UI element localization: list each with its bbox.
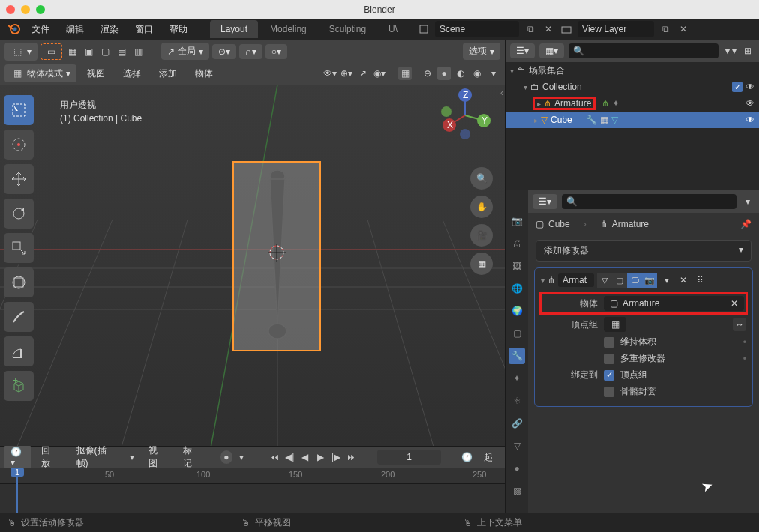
overlay-dropdown-icon[interactable]: ◉▾ (373, 67, 386, 80)
jump-to-next-keyframe-icon[interactable]: |▶ (330, 450, 343, 464)
scene-name-field[interactable] (435, 21, 519, 37)
outliner-search-input[interactable] (584, 46, 714, 56)
tab-constraints[interactable]: 🔗 (508, 415, 525, 432)
tab-output[interactable]: 🖨 (508, 235, 525, 252)
mod-render-toggle[interactable]: 📷 (642, 273, 657, 288)
menu-window[interactable]: 窗口 (128, 20, 160, 39)
transform-orientation-dropdown[interactable]: ↗ 全局 ▾ (161, 43, 209, 60)
scene-copy-icon[interactable]: ⧉ (522, 21, 538, 37)
transform-tool[interactable] (4, 267, 34, 297)
properties-search[interactable]: 🔍 (562, 194, 736, 209)
mesh-data-icon[interactable]: ▽ (611, 115, 618, 125)
tree-armature[interactable]: ▸ ⋔ Armature ⋔ ✦ 👁 (506, 95, 759, 112)
properties-search-input[interactable] (578, 196, 732, 207)
add-cube-tool[interactable]: + (4, 371, 34, 401)
viewlayer-copy-icon[interactable]: ⧉ (657, 21, 674, 37)
outliner-new-collection-icon[interactable]: ⊞ (741, 44, 754, 58)
overlay-toggle-icon[interactable]: ↗ (356, 67, 370, 80)
proportional-edit-toggle[interactable]: ○▾ (266, 44, 287, 59)
workspace-tab-layout[interactable]: Layout (210, 20, 258, 38)
mod-edit-mode-toggle[interactable]: ▽ (597, 273, 612, 288)
shading-material-icon[interactable]: ◐ (454, 67, 467, 80)
select-none-icon[interactable]: ▢ (98, 45, 112, 58)
xray-toggle-icon[interactable]: ▦ (398, 67, 412, 80)
vertex-group-icon[interactable]: ▦ (600, 115, 608, 125)
shading-dropdown-icon[interactable]: ▾ (487, 67, 500, 80)
annotate-tool[interactable] (4, 302, 34, 332)
pan-icon[interactable]: ✋ (470, 196, 493, 218)
current-frame-field[interactable]: 1 (377, 450, 440, 465)
invert-selection-icon[interactable]: ▦ (65, 45, 79, 58)
view-layer-input[interactable] (582, 24, 650, 34)
navigation-gizmo[interactable]: Z Y X (439, 89, 491, 142)
move-tool[interactable] (4, 164, 34, 194)
tab-world[interactable]: 🌍 (508, 303, 525, 319)
workspace-tab-sculpting[interactable]: Sculpting (319, 20, 376, 38)
mode-selector[interactable]: ▦物体模式 ▾ (4, 64, 76, 82)
viewlayer-browse-icon[interactable] (558, 21, 574, 37)
minimize-window-button[interactable] (21, 5, 30, 14)
view-layer-field[interactable] (578, 21, 654, 37)
menu-edit[interactable]: 编辑 (58, 20, 92, 39)
jump-to-end-icon[interactable]: ⏭ (345, 450, 358, 464)
shading-solid-icon[interactable]: ● (437, 67, 451, 80)
modifier-name-field[interactable]: Armat (558, 273, 594, 287)
select-intersect-icon[interactable]: ▤ (115, 45, 128, 58)
outliner-filter-icon[interactable]: ▼▾ (723, 44, 736, 58)
tree-cube[interactable]: ▸ ▽ Cube 🔧 ▦ ▽ 👁 (506, 112, 759, 128)
tree-scene-collection[interactable]: ▾ 🗀 场景集合 (506, 62, 759, 79)
tab-viewlayer[interactable]: 🖼 (508, 258, 525, 274)
outliner-display-mode[interactable]: ▦▾ (539, 43, 564, 58)
multi-modifier-checkbox[interactable] (604, 354, 614, 364)
maximize-window-button[interactable] (36, 5, 45, 14)
menu-file[interactable]: 文件 (24, 20, 57, 39)
vertex-group-field[interactable]: ▦ (604, 317, 626, 332)
armature-data-icon[interactable]: ✦ (612, 98, 620, 109)
mod-realtime-toggle[interactable]: 🖵 (627, 273, 642, 288)
timeline-ruler[interactable]: 50 100 150 200 250 (0, 468, 505, 484)
workspace-tab-uv[interactable]: U\ (378, 20, 408, 38)
visibility-toggle-icon[interactable]: 👁▾ (323, 67, 337, 80)
scale-tool[interactable] (4, 233, 34, 263)
tab-texture[interactable]: ▩ (508, 483, 525, 499)
play-reverse-icon[interactable]: ◀ (299, 450, 312, 464)
tab-material[interactable]: ● (508, 460, 525, 477)
modifier-delete-icon[interactable]: ✕ (676, 273, 690, 287)
timeline-keying-dropdown-icon[interactable]: ▾ (125, 450, 138, 464)
breadcrumb-armature[interactable]: Armature (612, 219, 649, 229)
jump-to-start-icon[interactable]: ⏮ (268, 450, 280, 464)
menu-render[interactable]: 渲染 (93, 20, 126, 39)
expand-icon[interactable]: ▾ (524, 83, 527, 91)
pin-icon[interactable]: 📌 (740, 219, 752, 229)
workspace-tab-modeling[interactable]: Modeling (260, 20, 317, 38)
keyframe-type-dropdown[interactable]: ▾ (236, 450, 248, 464)
camera-view-icon[interactable]: 🎥 (470, 224, 493, 247)
bind-vgroups-checkbox[interactable]: ✓ (604, 370, 614, 381)
rotate-tool[interactable] (4, 199, 34, 229)
snap-toggle[interactable]: ∩▾ (239, 44, 262, 59)
outliner-search[interactable]: 🔍 (568, 43, 718, 58)
expand-icon[interactable]: ▾ (510, 67, 514, 75)
tab-object[interactable]: ▢ (508, 325, 525, 342)
viewlayer-delete-icon[interactable]: ✕ (675, 21, 692, 37)
editor-type-selector[interactable]: ⬚▾ (4, 43, 38, 61)
tab-scene[interactable]: 🌐 (508, 280, 525, 297)
header-options-dropdown[interactable]: 选项 ▾ (463, 43, 500, 60)
start-frame-label[interactable]: 起 (476, 448, 500, 467)
select-box-tool-icon[interactable]: ▭ (40, 43, 62, 60)
visibility-eye-icon[interactable]: 👁 (746, 115, 754, 125)
expand-icon[interactable]: ▸ (534, 116, 538, 124)
tab-modifiers[interactable]: 🔧 (508, 348, 525, 364)
breadcrumb-cube[interactable]: Cube (548, 219, 570, 229)
properties-editor-type[interactable]: ☰▾ (532, 194, 557, 209)
collapse-sidebar-icon[interactable]: ‹ (500, 88, 503, 98)
mod-cage-toggle[interactable]: ▢ (612, 273, 627, 288)
add-modifier-dropdown[interactable]: 添加修改器 ▾ (536, 240, 752, 262)
select-menu[interactable]: 选择 (116, 64, 148, 83)
scene-delete-icon[interactable]: ✕ (540, 21, 556, 37)
bind-envelopes-checkbox[interactable] (604, 387, 614, 397)
collection-exclude-checkbox[interactable]: ✓ (732, 82, 742, 92)
vgroup-invert-icon[interactable]: ↔ (733, 318, 746, 331)
perspective-toggle-icon[interactable]: ▦ (470, 253, 493, 275)
shading-wireframe-icon[interactable]: ⊖ (421, 67, 434, 80)
